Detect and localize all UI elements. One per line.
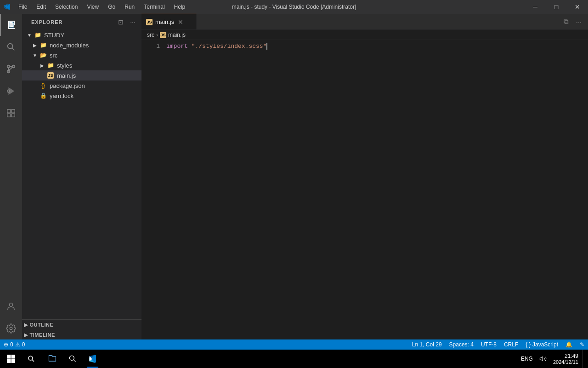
node-modules-arrow-icon: ▶ <box>31 41 39 49</box>
text-cursor <box>266 43 267 50</box>
tray-clock[interactable]: 21:49 2024/12/11 <box>550 350 581 368</box>
breadcrumb-mainjs[interactable]: main.js <box>168 32 186 38</box>
menu-terminal[interactable]: Terminal <box>139 0 169 14</box>
status-errors[interactable]: ⊕ 0 ⚠ 0 <box>0 339 28 350</box>
tray-volume-icon[interactable] <box>537 350 549 368</box>
svg-marker-10 <box>9 87 15 95</box>
tab-mainjs[interactable]: JS main.js ✕ <box>141 14 197 29</box>
node-modules-label: node_modules <box>50 42 89 49</box>
token-space <box>188 42 192 51</box>
taskbar-vscode-app[interactable] <box>83 350 103 368</box>
taskbar: ENG 21:49 2024/12/11 <box>0 350 588 368</box>
tree-item-src[interactable]: ▼ 📂 src <box>22 50 141 60</box>
yarnlock-arrow-placeholder <box>31 92 39 99</box>
svg-point-17 <box>10 327 12 330</box>
tree-item-styles[interactable]: ▶ 📁 styles <box>22 60 141 70</box>
close-button[interactable]: ✕ <box>567 0 588 14</box>
yarnlock-file-icon: 🔒 <box>40 92 47 99</box>
minimize-button[interactable]: ─ <box>525 0 546 14</box>
menu-selection[interactable]: Selection <box>51 0 82 14</box>
status-spaces[interactable]: Spaces: 4 <box>446 339 477 350</box>
bottom-panels: ▶ OUTLINE ▶ TIMELINE <box>22 319 141 339</box>
show-desktop-button[interactable] <box>582 350 586 368</box>
taskbar-search-button[interactable] <box>22 350 40 368</box>
tree-item-mainjs[interactable]: JS main.js <box>22 70 141 80</box>
error-count: 0 <box>10 341 13 348</box>
mainjs-arrow-placeholder <box>39 72 46 79</box>
tree-item-node-modules[interactable]: ▶ 📁 node_modules <box>22 40 141 50</box>
activity-bar: 📄 <box>0 14 22 339</box>
timeline-panel-row[interactable]: ▶ TIMELINE <box>22 330 141 339</box>
svg-rect-21 <box>11 359 16 363</box>
taskbar-search-app[interactable] <box>62 350 83 368</box>
tree-item-study[interactable]: ▼ 📁 STUDY <box>22 30 141 40</box>
more-actions-icon[interactable]: ··· <box>573 16 584 27</box>
menu-go[interactable]: Go <box>103 0 120 14</box>
tab-bar-right: ⧉ ··· <box>557 14 588 29</box>
tab-close-button[interactable]: ✕ <box>177 17 184 27</box>
notification-bell-icon: 🔔 <box>565 341 572 348</box>
encoding-label: UTF-8 <box>481 341 497 348</box>
warning-count: 0 <box>22 341 25 348</box>
status-language[interactable]: { } JavaScript <box>522 339 562 350</box>
search-activity-icon[interactable] <box>0 36 22 58</box>
menu-view[interactable]: View <box>82 0 103 14</box>
code-line-1: import "./styles/index.scss" <box>164 42 582 51</box>
study-arrow-icon: ▼ <box>26 31 33 39</box>
settings-activity-icon[interactable] <box>0 317 22 339</box>
svg-rect-14 <box>7 114 11 117</box>
svg-point-7 <box>7 65 10 68</box>
status-bar-left: ⊕ 0 ⚠ 0 <box>0 339 28 350</box>
breadcrumb-js-icon: JS <box>160 32 166 38</box>
tree-item-yarnlock[interactable]: 🔒 yarn.lock <box>22 91 141 101</box>
window-title: main.js - study - Visual Studio Code [Ad… <box>232 4 356 10</box>
breadcrumb-sep-icon: › <box>156 32 158 38</box>
account-activity-icon[interactable] <box>0 295 22 317</box>
status-encoding[interactable]: UTF-8 <box>477 339 500 350</box>
status-bar-right: Ln 1, Col 29 Spaces: 4 UTF-8 CRLF { } Ja… <box>408 339 588 350</box>
menu-edit[interactable]: Edit <box>32 0 51 14</box>
menu-run[interactable]: Run <box>120 0 139 14</box>
study-label: STUDY <box>44 32 64 39</box>
main-area: JS main.js ✕ ⧉ ··· src › JS main.js 1 im… <box>141 14 588 339</box>
svg-rect-19 <box>11 355 16 359</box>
tray-language[interactable]: ENG <box>518 350 536 368</box>
menu-file[interactable]: File <box>14 0 32 14</box>
extensions-activity-icon[interactable] <box>0 102 22 124</box>
feedback-icon: ✎ <box>580 341 584 348</box>
status-feedback[interactable]: ✎ <box>576 339 588 350</box>
status-notifications[interactable]: 🔔 <box>562 339 576 350</box>
language-label: { } JavaScript <box>526 341 558 348</box>
sidebar-header: EXPLORER ⊡ ··· <box>22 14 141 30</box>
outline-panel-row[interactable]: ▶ OUTLINE <box>22 320 141 330</box>
editor-content[interactable]: 1 import "./styles/index.scss" <box>141 40 588 339</box>
maximize-button[interactable]: □ <box>546 0 567 14</box>
taskbar-tray: ENG 21:49 2024/12/11 <box>518 350 588 368</box>
source-control-activity-icon[interactable] <box>0 58 22 80</box>
status-eol[interactable]: CRLF <box>500 339 522 350</box>
run-debug-activity-icon[interactable] <box>0 80 22 102</box>
new-file-button[interactable]: ⊡ <box>116 17 126 27</box>
sidebar-title: EXPLORER <box>31 19 63 25</box>
position-label: Ln 1, Col 29 <box>412 341 442 348</box>
code-area[interactable]: import "./styles/index.scss" <box>164 40 582 339</box>
explorer-activity-icon[interactable]: 📄 <box>0 14 22 36</box>
styles-folder-icon: 📁 <box>47 62 54 69</box>
svg-line-23 <box>32 360 34 362</box>
title-bar-menu: File Edit Selection View Go Run Terminal… <box>14 0 190 14</box>
menu-help[interactable]: Help <box>170 0 190 14</box>
tray-lang-label: ENG <box>521 356 533 362</box>
more-options-button[interactable]: ··· <box>128 17 138 27</box>
svg-point-22 <box>28 356 33 360</box>
svg-rect-12 <box>7 109 11 113</box>
src-label: src <box>50 52 57 59</box>
breadcrumb-src[interactable]: src <box>147 32 154 38</box>
start-button[interactable] <box>0 350 22 368</box>
split-editor-icon[interactable]: ⧉ <box>560 16 571 27</box>
node-modules-folder-icon: 📁 <box>40 41 47 49</box>
svg-marker-26 <box>540 356 543 361</box>
taskbar-file-explorer[interactable] <box>42 350 62 368</box>
status-position[interactable]: Ln 1, Col 29 <box>408 339 446 350</box>
tree-item-packagejson[interactable]: {} package.json <box>22 80 141 91</box>
app-body: 📄 EXPLORER ⊡ ··· <box>0 14 588 339</box>
